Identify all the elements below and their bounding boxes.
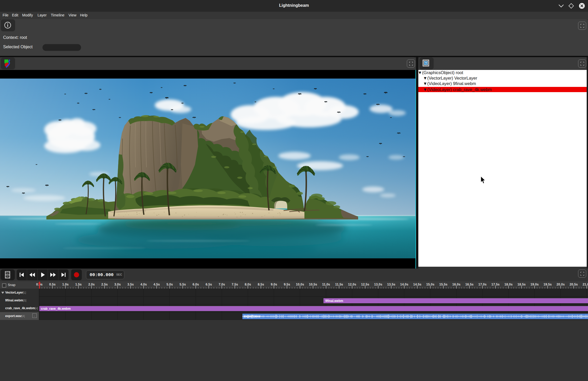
svg-text:?: ? (425, 61, 427, 65)
